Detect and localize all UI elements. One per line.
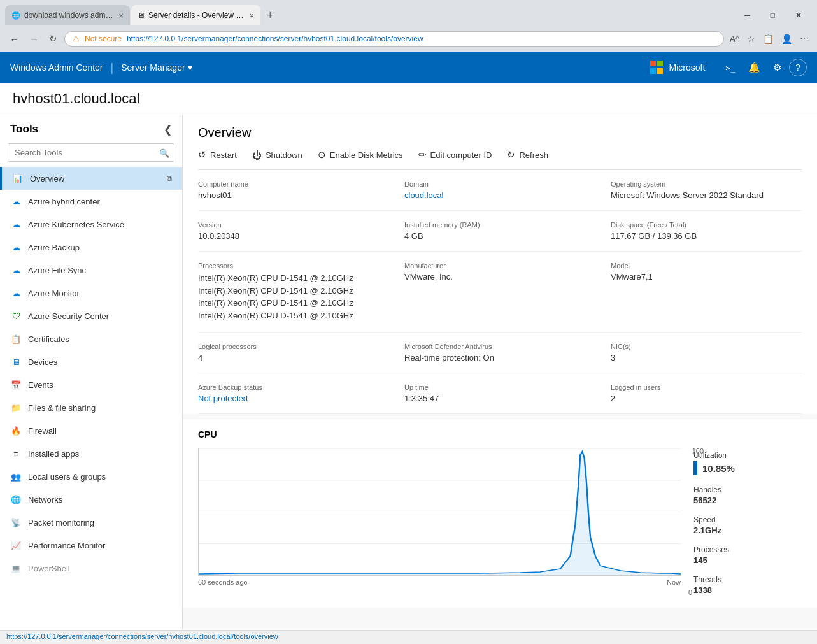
profile-button[interactable]: 👤 <box>779 32 794 46</box>
os-value: Microsoft Windows Server 2022 Standard <box>611 190 802 200</box>
sidebar-item-installed-apps[interactable]: ≡ Installed apps <box>0 442 182 465</box>
server-manager-menu[interactable]: Server Manager ▾ <box>121 62 192 73</box>
threads-value: 1338 <box>693 585 802 595</box>
sidebar-item-devices[interactable]: 🖥 Devices <box>0 350 182 373</box>
networks-icon: 🌐 <box>10 494 22 505</box>
local-users-icon: 👥 <box>10 471 22 482</box>
sidebar-item-firewall[interactable]: 🔥 Firewall <box>0 419 182 442</box>
defender-value: Real-time protection: On <box>404 353 595 362</box>
window-controls: ─ □ ✕ <box>734 5 812 25</box>
refresh-button[interactable]: ↻ Refresh <box>507 149 548 161</box>
maximize-button[interactable]: □ <box>760 5 785 25</box>
powershell-icon: 💻 <box>10 562 22 574</box>
tab1-close[interactable]: ✕ <box>118 12 124 19</box>
domain-value[interactable]: cloud.local <box>404 190 443 200</box>
reload-button[interactable]: ↻ <box>46 32 60 46</box>
status-bar: https://127.0.0.1/servermanager/connecti… <box>0 630 817 644</box>
processors-label: Processors <box>198 262 389 269</box>
sidebar-item-performance-monitor[interactable]: 📈 Performance Monitor <box>0 534 182 557</box>
sidebar-item-azure-kubernetes[interactable]: ☁ Azure Kubernetes Service <box>0 213 182 236</box>
menu-button[interactable]: ⋯ <box>798 32 811 46</box>
sidebar-item-azure-file-sync[interactable]: ☁ Azure File Sync <box>0 259 182 282</box>
server-title-bar: hvhost01.cloud.local <box>0 83 817 115</box>
restart-label: Restart <box>210 150 237 160</box>
ram-label: Installed memory (RAM) <box>404 221 595 229</box>
ms-label: Microsoft <box>669 62 706 73</box>
cpu-stat-speed: Speed 2.1GHz <box>693 515 802 535</box>
terminal-button[interactable]: >_ <box>720 59 741 76</box>
ram-value: 4 GB <box>404 231 595 241</box>
search-box: 🔍 <box>8 143 174 162</box>
packet-monitoring-label: Packet monitoring <box>28 518 172 527</box>
backup-status-link[interactable]: Not protected <box>198 394 248 403</box>
info-cell-ram: Installed memory (RAM) 4 GB <box>404 221 611 241</box>
sidebar-item-local-users[interactable]: 👥 Local users & groups <box>0 465 182 488</box>
sidebar-item-powershell[interactable]: 💻 PowerShell <box>0 557 182 580</box>
app-name: Windows Admin Center <box>10 62 103 73</box>
browser-tab-1[interactable]: 🌐 download windows admin cente... ✕ <box>5 5 130 25</box>
model-value: VMware7,1 <box>611 272 802 282</box>
sidebar-item-overview[interactable]: 📊 Overview ⧉ <box>0 167 182 190</box>
app-header: Windows Admin Center | Server Manager ▾ … <box>0 52 817 83</box>
installed-apps-icon: ≡ <box>10 448 22 459</box>
forward-button[interactable]: → <box>26 32 42 46</box>
azure-monitor-icon: ☁ <box>10 287 22 299</box>
info-grid: Computer name hvhost01 Domain cloud.loca… <box>183 170 817 414</box>
status-url: https://127.0.0.1/servermanager/connecti… <box>6 633 278 640</box>
shutdown-button[interactable]: ⏻ Shutdown <box>252 150 302 161</box>
collections-button[interactable]: 📋 <box>761 32 776 46</box>
azure-security-label: Azure Security Center <box>28 311 172 321</box>
tools-title: Tools <box>10 123 38 136</box>
cpu-title: CPU <box>198 429 802 440</box>
utilization-row: 10.85% <box>693 461 802 475</box>
favorites-button[interactable]: ☆ <box>745 32 757 46</box>
search-input[interactable] <box>8 143 174 162</box>
sidebar-item-azure-backup[interactable]: ☁ Azure Backup <box>0 236 182 259</box>
read-mode-button[interactable]: Aᴬ <box>728 32 741 46</box>
azure-security-icon: 🛡 <box>10 310 22 322</box>
tab2-favicon: 🖥 <box>138 11 145 19</box>
sidebar-item-events[interactable]: 📅 Events <box>0 373 182 396</box>
files-label: Files & file sharing <box>28 403 172 413</box>
nics-value: 3 <box>611 353 802 362</box>
restart-button[interactable]: ↺ Restart <box>198 149 237 161</box>
browser-tab-2[interactable]: 🖥 Server details - Overview - Serve... ✕ <box>131 5 260 25</box>
header-divider: | <box>111 61 114 75</box>
cpu-chart-y-min: 0 <box>688 589 692 596</box>
back-button[interactable]: ← <box>6 32 22 46</box>
shutdown-icon: ⏻ <box>252 150 262 161</box>
info-cell-processors: Processors Intel(R) Xeon(R) CPU D-1541 @… <box>198 262 404 322</box>
minimize-button[interactable]: ─ <box>734 5 760 25</box>
edit-computer-id-button[interactable]: ✏ Edit computer ID <box>418 149 492 161</box>
sidebar-item-certificates[interactable]: 📋 Certificates <box>0 327 182 350</box>
info-cell-backup: Azure Backup status Not protected <box>198 383 404 403</box>
sidebar-item-networks[interactable]: 🌐 Networks <box>0 488 182 511</box>
help-button[interactable]: ? <box>789 59 807 76</box>
notifications-button[interactable]: 🔔 <box>743 59 765 76</box>
close-button[interactable]: ✕ <box>785 5 812 25</box>
server-manager-label: Server Manager <box>121 62 185 73</box>
info-row-1: Computer name hvhost01 Domain cloud.loca… <box>198 170 802 211</box>
info-cell-logical-proc: Logical processors 4 <box>198 343 404 362</box>
disk-label: Disk space (Free / Total) <box>611 221 802 229</box>
cpu-chart-labels: 60 seconds ago Now <box>198 578 681 586</box>
browser-chrome: 🌐 download windows admin cente... ✕ 🖥 Se… <box>0 0 817 52</box>
sidebar-item-azure-hybrid[interactable]: ☁ Azure hybrid center <box>0 190 182 213</box>
info-cell-defender: Microsoft Defender Antivirus Real-time p… <box>404 343 611 362</box>
info-cell-nics: NIC(s) 3 <box>611 343 802 362</box>
sidebar-collapse-button[interactable]: ❮ <box>164 124 172 136</box>
disk-value: 117.67 GB / 139.36 GB <box>611 231 802 241</box>
new-tab-button[interactable]: + <box>262 10 279 21</box>
sidebar-item-azure-security[interactable]: 🛡 Azure Security Center <box>0 304 182 327</box>
tab2-close[interactable]: ✕ <box>249 12 254 19</box>
sidebar-item-packet-monitoring[interactable]: 📡 Packet monitoring <box>0 511 182 534</box>
cpu-chart-y-max: 100 <box>692 447 704 455</box>
events-icon: 📅 <box>10 379 22 390</box>
url-bar-container[interactable]: ⚠ Not secure https://127.0.0.1/serverman… <box>64 31 724 47</box>
sidebar-list: 📊 Overview ⧉ ☁ Azure hybrid center ☁ Azu… <box>0 167 182 644</box>
enable-disk-metrics-button[interactable]: ⊙ Enable Disk Metrics <box>318 149 403 161</box>
settings-button[interactable]: ⚙ <box>768 59 786 76</box>
sidebar-item-files[interactable]: 📁 Files & file sharing <box>0 396 182 419</box>
info-row-4: Logical processors 4 Microsoft Defender … <box>198 333 802 373</box>
sidebar-item-azure-monitor[interactable]: ☁ Azure Monitor <box>0 282 182 304</box>
